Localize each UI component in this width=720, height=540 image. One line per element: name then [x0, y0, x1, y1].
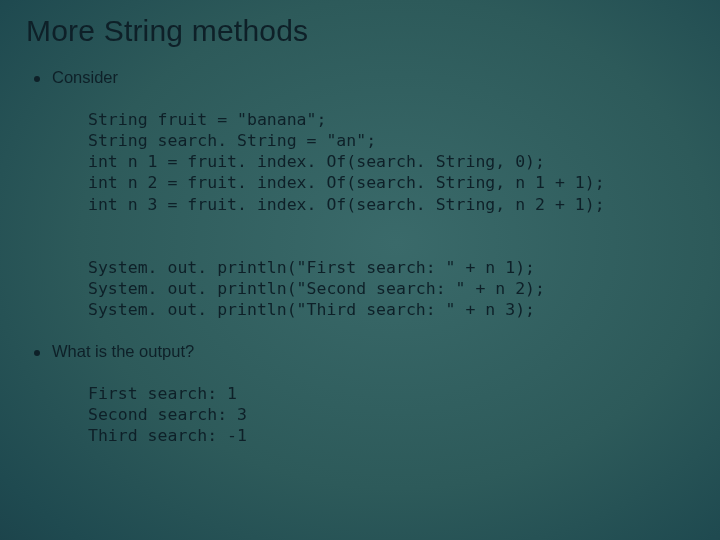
code-line: int n 3 = fruit. index. Of(search. Strin… — [88, 195, 605, 214]
bullet-dot-icon — [34, 350, 40, 356]
code-line: Second search: 3 — [88, 405, 247, 424]
code-line: int n 2 = fruit. index. Of(search. Strin… — [88, 173, 605, 192]
code-block-declarations: String fruit = "banana"; String search. … — [88, 88, 700, 215]
code-block-println: System. out. println("First search: " + … — [88, 236, 700, 320]
bullet-dot-icon — [34, 76, 40, 82]
code-block-output: First search: 1 Second search: 3 Third s… — [88, 362, 700, 446]
code-line: First search: 1 — [88, 384, 237, 403]
slide-title: More String methods — [26, 14, 700, 48]
code-line: int n 1 = fruit. index. Of(search. Strin… — [88, 152, 545, 171]
slide: More String methods Consider String frui… — [0, 0, 720, 540]
code-line: String fruit = "banana"; — [88, 110, 326, 129]
code-line: System. out. println("Third search: " + … — [88, 300, 535, 319]
bullet-output: What is the output? — [34, 342, 700, 361]
code-line: System. out. println("First search: " + … — [88, 258, 535, 277]
code-line: Third search: -1 — [88, 426, 247, 445]
bullet-consider: Consider — [34, 68, 700, 87]
code-line: String search. String = "an"; — [88, 131, 376, 150]
bullet-text: What is the output? — [52, 342, 194, 361]
bullet-text: Consider — [52, 68, 118, 87]
code-line: System. out. println("Second search: " +… — [88, 279, 545, 298]
